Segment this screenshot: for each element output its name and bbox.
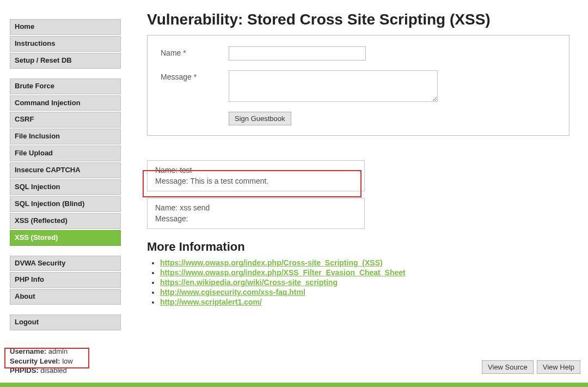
nav-item-xss-stored[interactable]: XSS (Stored) — [10, 230, 121, 246]
entry-name-value: test — [180, 166, 192, 174]
nav-item-xss-reflected[interactable]: XSS (Reflected) — [10, 213, 121, 229]
status-phpids-value: disabled — [40, 366, 66, 374]
status-security: Security Level: low — [10, 356, 121, 366]
status-security-label: Security Level: — [10, 357, 60, 365]
name-label: Name * — [161, 46, 229, 57]
more-info-heading: More Information — [147, 240, 579, 254]
message-label: Message * — [161, 70, 229, 81]
nav-item-home[interactable]: Home — [10, 19, 121, 35]
footer-bar — [0, 383, 588, 387]
status-username-value: admin — [48, 347, 68, 355]
more-info-links: https://www.owasp.org/index.php/Cross-si… — [147, 258, 579, 306]
nav-item-file-upload[interactable]: File Upload — [10, 146, 121, 161]
main: Vulnerability: Stored Cross Site Scripti… — [125, 0, 588, 382]
view-help-button[interactable]: View Help — [537, 360, 580, 374]
footer-buttons: View Source View Help — [481, 360, 580, 374]
status-username-label: Username: — [10, 347, 46, 355]
nav-item-file-inclusion[interactable]: File Inclusion — [10, 129, 121, 144]
nav-item-command-injection[interactable]: Command Injection — [10, 95, 121, 111]
nav-item-instructions[interactable]: Instructions — [10, 36, 121, 52]
page-title: Vulnerability: Stored Cross Site Scripti… — [147, 11, 579, 28]
nav-item-php-info[interactable]: PHP Info — [10, 272, 121, 288]
status-phpids: PHPIDS: disabled — [10, 366, 121, 376]
info-link[interactable]: http://www.cgisecurity.com/xss-faq.html — [160, 288, 305, 297]
name-input[interactable] — [229, 46, 366, 61]
sidebar: Home Instructions Setup / Reset DB Brute… — [0, 0, 125, 382]
guestbook-form: Name * Message * Sign Guestbook — [147, 35, 569, 136]
nav-item-dvwa-security[interactable]: DVWA Security — [10, 256, 121, 271]
entry-message-value: This is a test comment. — [190, 177, 268, 185]
view-source-button[interactable]: View Source — [482, 360, 534, 374]
nav-group-1: Brute Force Command Injection CSRF File … — [10, 78, 121, 246]
entry-name-label: Name: — [155, 166, 177, 174]
entry-message-label: Message: — [155, 177, 188, 185]
info-link[interactable]: https://www.owasp.org/index.php/Cross-si… — [160, 258, 383, 267]
nav-group-0: Home Instructions Setup / Reset DB — [10, 19, 121, 69]
nav-item-setup-reset-db[interactable]: Setup / Reset DB — [10, 53, 121, 69]
guestbook-entries: Name: test Message: This is a test comme… — [147, 160, 579, 229]
entry-name-value: xss send — [180, 203, 210, 212]
info-link[interactable]: https://en.wikipedia.org/wiki/Cross-site… — [160, 278, 338, 287]
entry-message-label: Message: — [155, 214, 188, 223]
nav-group-2: DVWA Security PHP Info About — [10, 256, 121, 305]
guestbook-entry: Name: xss send Message: — [147, 198, 365, 229]
guestbook-entry: Name: test Message: This is a test comme… — [147, 160, 365, 191]
nav-item-insecure-captcha[interactable]: Insecure CAPTCHA — [10, 162, 121, 178]
status-box: Username: admin Security Level: low PHPI… — [10, 347, 121, 376]
nav-item-csrf[interactable]: CSRF — [10, 112, 121, 128]
nav-item-logout[interactable]: Logout — [10, 315, 121, 330]
nav-item-about[interactable]: About — [10, 289, 121, 305]
status-security-value: low — [62, 357, 73, 365]
status-username: Username: admin — [10, 347, 121, 356]
entry-name-label: Name: — [155, 203, 177, 212]
nav-item-sql-injection[interactable]: SQL Injection — [10, 179, 121, 195]
nav-group-3: Logout — [10, 315, 121, 330]
nav-item-sql-injection-blind[interactable]: SQL Injection (Blind) — [10, 196, 121, 212]
status-phpids-label: PHPIDS: — [10, 366, 39, 374]
info-link[interactable]: https://www.owasp.org/index.php/XSS_Filt… — [160, 268, 406, 277]
sign-guestbook-button[interactable]: Sign Guestbook — [229, 112, 291, 125]
info-link[interactable]: http://www.scriptalert1.com/ — [160, 298, 262, 306]
nav-item-brute-force[interactable]: Brute Force — [10, 78, 121, 94]
message-input[interactable] — [229, 70, 438, 102]
